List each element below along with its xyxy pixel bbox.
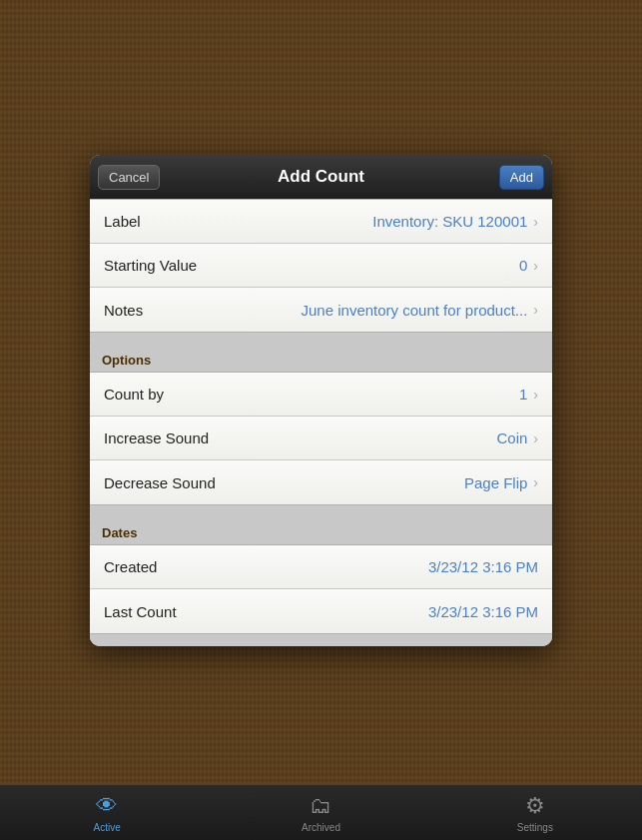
archived-tab-icon: 🗂 [310, 793, 331, 819]
starting-value-key: Starting Value [104, 257, 197, 274]
label-chevron-icon: › [533, 214, 538, 230]
add-count-modal: Cancel Add Count Add Label Inventory: SK… [90, 155, 552, 646]
last-count-row[interactable]: Last Count 3/23/12 3:16 PM [90, 589, 552, 633]
created-key: Created [104, 558, 157, 575]
increase-sound-key: Increase Sound [104, 429, 209, 446]
increase-sound-row[interactable]: Increase Sound Coin › [90, 417, 552, 460]
notes-key: Notes [104, 302, 143, 319]
tab-bar: 👁 Active 🗂 Archived ⚙ Settings [0, 784, 642, 840]
label-value: Inventory: SKU 120001 [372, 213, 527, 230]
decrease-sound-row[interactable]: Decrease Sound Page Flip › [90, 460, 552, 504]
dates-fields: Created 3/23/12 3:16 PM Last Count 3/23/… [90, 544, 552, 634]
notes-row[interactable]: Notes June inventory count for product..… [90, 288, 552, 332]
gap-3 [90, 634, 552, 646]
modal-title: Add Count [278, 167, 364, 187]
label-row[interactable]: Label Inventory: SKU 120001 › [90, 200, 552, 244]
notes-value-container: June inventory count for product... › [302, 302, 538, 319]
last-count-key: Last Count [104, 603, 177, 620]
modal-body: Label Inventory: SKU 120001 › Starting V… [90, 199, 552, 646]
starting-value-container: 0 › [519, 257, 538, 274]
archived-tab-label: Archived [302, 822, 340, 833]
options-fields: Count by 1 › Increase Sound Coin › Decre… [90, 372, 552, 505]
cancel-button[interactable]: Cancel [98, 165, 160, 190]
notes-chevron-icon: › [533, 302, 538, 318]
starting-value-value: 0 [519, 257, 527, 274]
created-value: 3/23/12 3:16 PM [428, 558, 538, 575]
count-by-value: 1 [519, 386, 527, 403]
increase-sound-chevron-icon: › [533, 430, 538, 446]
last-count-value-container: 3/23/12 3:16 PM [428, 603, 538, 620]
count-by-chevron-icon: › [533, 387, 538, 403]
settings-tab-icon: ⚙ [525, 793, 545, 819]
created-value-container: 3/23/12 3:16 PM [428, 558, 538, 575]
starting-value-row[interactable]: Starting Value 0 › [90, 244, 552, 288]
main-fields: Label Inventory: SKU 120001 › Starting V… [90, 199, 552, 333]
add-button[interactable]: Add [499, 165, 544, 190]
dates-header: Dates [90, 517, 552, 544]
modal-header: Cancel Add Count Add [90, 155, 552, 199]
tab-active[interactable]: 👁 Active [0, 787, 214, 839]
label-value-container: Inventory: SKU 120001 › [372, 213, 538, 230]
notes-value: June inventory count for product... [302, 302, 528, 319]
gap-2 [90, 505, 552, 517]
tab-archived[interactable]: 🗂 Archived [214, 787, 427, 839]
tab-settings[interactable]: ⚙ Settings [428, 787, 642, 839]
decrease-sound-key: Decrease Sound [104, 474, 216, 491]
decrease-sound-value: Page Flip [464, 474, 527, 491]
decrease-sound-value-container: Page Flip › [464, 474, 538, 491]
active-tab-icon: 👁 [96, 793, 118, 819]
settings-tab-label: Settings [517, 822, 553, 833]
starting-value-chevron-icon: › [533, 258, 538, 274]
count-by-row[interactable]: Count by 1 › [90, 373, 552, 417]
count-by-key: Count by [104, 386, 164, 403]
label-key: Label [104, 213, 141, 230]
gap-1 [90, 333, 552, 345]
last-count-value: 3/23/12 3:16 PM [428, 603, 538, 620]
active-tab-label: Active [94, 822, 121, 833]
decrease-sound-chevron-icon: › [533, 474, 538, 490]
count-by-value-container: 1 › [519, 386, 538, 403]
increase-sound-value-container: Coin › [496, 429, 538, 446]
increase-sound-value: Coin [496, 429, 527, 446]
options-header: Options [90, 345, 552, 372]
created-row[interactable]: Created 3/23/12 3:16 PM [90, 545, 552, 589]
